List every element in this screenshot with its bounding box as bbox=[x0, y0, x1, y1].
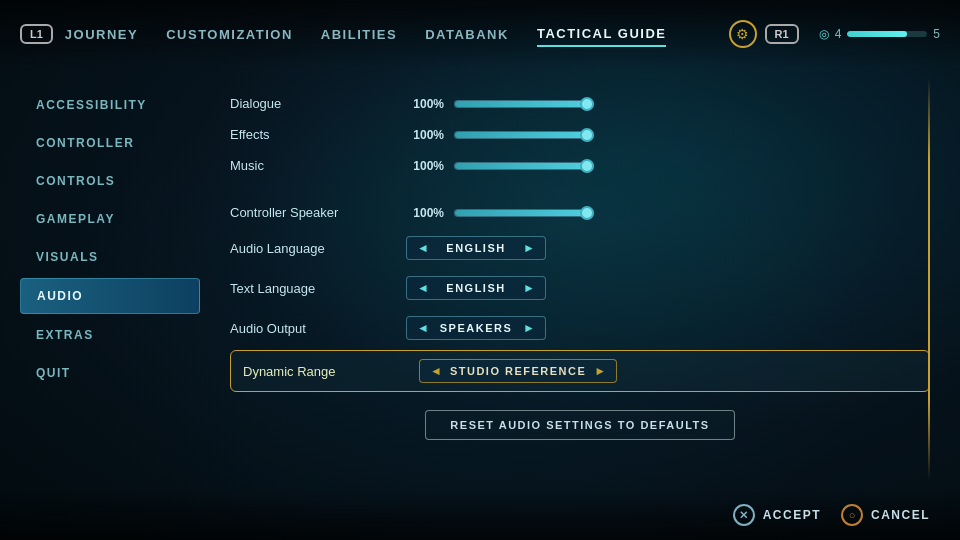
effects-control: 100% bbox=[406, 128, 930, 142]
setting-row-dynamic-range: Dynamic Range ◄ STUDIO REFERENCE ► bbox=[230, 350, 930, 392]
tab-tactical-guide[interactable]: TACTICAL GUIDE bbox=[537, 22, 667, 47]
audio-language-next-arrow[interactable]: ► bbox=[523, 241, 535, 255]
dynamic-range-prev-arrow[interactable]: ◄ bbox=[430, 364, 442, 378]
music-value: 100% bbox=[406, 159, 444, 173]
effects-label: Effects bbox=[230, 127, 390, 142]
tab-databank[interactable]: DATABANK bbox=[425, 23, 509, 46]
cancel-button[interactable]: ○ CANCEL bbox=[841, 504, 930, 526]
r1-badge[interactable]: R1 bbox=[765, 24, 799, 44]
text-language-label: Text Language bbox=[230, 281, 390, 296]
text-language-next-arrow[interactable]: ► bbox=[523, 281, 535, 295]
sidebar-item-gameplay[interactable]: GAMEPLAY bbox=[20, 202, 200, 236]
audio-output-prev-arrow[interactable]: ◄ bbox=[417, 321, 429, 335]
music-control: 100% bbox=[406, 159, 930, 173]
tab-journey[interactable]: JOURNEY bbox=[65, 23, 138, 46]
dialogue-control: 100% bbox=[406, 97, 930, 111]
audio-output-next-arrow[interactable]: ► bbox=[523, 321, 535, 335]
controller-speaker-label: Controller Speaker bbox=[230, 205, 390, 220]
dialogue-slider[interactable] bbox=[454, 100, 594, 108]
audio-output-selector[interactable]: ◄ SPEAKERS ► bbox=[406, 316, 546, 340]
tab-abilities[interactable]: ABILITIES bbox=[321, 23, 397, 46]
effects-value: 100% bbox=[406, 128, 444, 142]
controller-speaker-slider[interactable] bbox=[454, 209, 594, 217]
top-nav: L1 JOURNEY CUSTOMIZATION ABILITIES DATAB… bbox=[0, 0, 960, 68]
text-language-selector[interactable]: ◄ ENGLISH ► bbox=[406, 276, 546, 300]
progress-icon: ◎ bbox=[819, 27, 829, 41]
dialogue-value: 100% bbox=[406, 97, 444, 111]
dynamic-range-value: STUDIO REFERENCE bbox=[450, 365, 586, 377]
main-content: ACCESSIBILITY CONTROLLER CONTROLS GAMEPL… bbox=[0, 68, 960, 490]
progress-area: ◎ 4 5 bbox=[819, 27, 940, 41]
setting-row-audio-output: Audio Output ◄ SPEAKERS ► bbox=[230, 308, 930, 348]
sidebar-item-controller[interactable]: CONTROLLER bbox=[20, 126, 200, 160]
dynamic-range-selector[interactable]: ◄ STUDIO REFERENCE ► bbox=[419, 359, 617, 383]
setting-row-dialogue: Dialogue 100% bbox=[230, 88, 930, 119]
reset-btn-row: RESET AUDIO SETTINGS TO DEFAULTS bbox=[230, 410, 930, 440]
accept-label: ACCEPT bbox=[763, 508, 821, 522]
gear-icon[interactable]: ⚙ bbox=[729, 20, 757, 48]
l1-badge[interactable]: L1 bbox=[20, 24, 53, 44]
audio-language-control: ◄ ENGLISH ► bbox=[406, 236, 930, 260]
dialogue-label: Dialogue bbox=[230, 96, 390, 111]
setting-row-controller-speaker: Controller Speaker 100% bbox=[230, 197, 930, 228]
audio-language-label: Audio Language bbox=[230, 241, 390, 256]
cancel-label: CANCEL bbox=[871, 508, 930, 522]
progress-bar bbox=[847, 31, 927, 37]
setting-row-effects: Effects 100% bbox=[230, 119, 930, 150]
setting-row-audio-language: Audio Language ◄ ENGLISH ► bbox=[230, 228, 930, 268]
progress-total: 5 bbox=[933, 27, 940, 41]
setting-row-music: Music 100% bbox=[230, 150, 930, 181]
sidebar-item-controls[interactable]: CONTROLS bbox=[20, 164, 200, 198]
audio-language-prev-arrow[interactable]: ◄ bbox=[417, 241, 429, 255]
bottom-bar: ✕ ACCEPT ○ CANCEL bbox=[0, 490, 960, 540]
sidebar-item-visuals[interactable]: VISUALS bbox=[20, 240, 200, 274]
cancel-circle: ○ bbox=[841, 504, 863, 526]
dynamic-range-next-arrow[interactable]: ► bbox=[594, 364, 606, 378]
sidebar-item-extras[interactable]: EXTRAS bbox=[20, 318, 200, 352]
text-language-control: ◄ ENGLISH ► bbox=[406, 276, 930, 300]
nav-tabs: JOURNEY CUSTOMIZATION ABILITIES DATABANK… bbox=[65, 22, 729, 47]
sidebar-item-quit[interactable]: QUIT bbox=[20, 356, 200, 390]
sidebar-item-accessibility[interactable]: ACCESSIBILITY bbox=[20, 88, 200, 122]
controller-speaker-value: 100% bbox=[406, 206, 444, 220]
text-language-value: ENGLISH bbox=[437, 282, 515, 294]
sidebar-item-audio[interactable]: AUDIO bbox=[20, 278, 200, 314]
effects-slider[interactable] bbox=[454, 131, 594, 139]
accept-circle: ✕ bbox=[733, 504, 755, 526]
sidebar: ACCESSIBILITY CONTROLLER CONTROLS GAMEPL… bbox=[0, 68, 200, 490]
audio-output-label: Audio Output bbox=[230, 321, 390, 336]
dynamic-range-control: ◄ STUDIO REFERENCE ► bbox=[419, 359, 917, 383]
dynamic-range-label: Dynamic Range bbox=[243, 364, 403, 379]
music-label: Music bbox=[230, 158, 390, 173]
audio-language-selector[interactable]: ◄ ENGLISH ► bbox=[406, 236, 546, 260]
tab-customization[interactable]: CUSTOMIZATION bbox=[166, 23, 293, 46]
audio-language-value: ENGLISH bbox=[437, 242, 515, 254]
settings-panel: Dialogue 100% Effects 100% Music bbox=[200, 68, 960, 490]
accept-button[interactable]: ✕ ACCEPT bbox=[733, 504, 821, 526]
setting-row-text-language: Text Language ◄ ENGLISH ► bbox=[230, 268, 930, 308]
audio-output-value: SPEAKERS bbox=[437, 322, 515, 334]
progress-current: 4 bbox=[835, 27, 842, 41]
reset-audio-button[interactable]: RESET AUDIO SETTINGS TO DEFAULTS bbox=[425, 410, 734, 440]
music-slider[interactable] bbox=[454, 162, 594, 170]
audio-output-control: ◄ SPEAKERS ► bbox=[406, 316, 930, 340]
progress-bar-fill bbox=[847, 31, 907, 37]
controller-speaker-control: 100% bbox=[406, 206, 930, 220]
text-language-prev-arrow[interactable]: ◄ bbox=[417, 281, 429, 295]
